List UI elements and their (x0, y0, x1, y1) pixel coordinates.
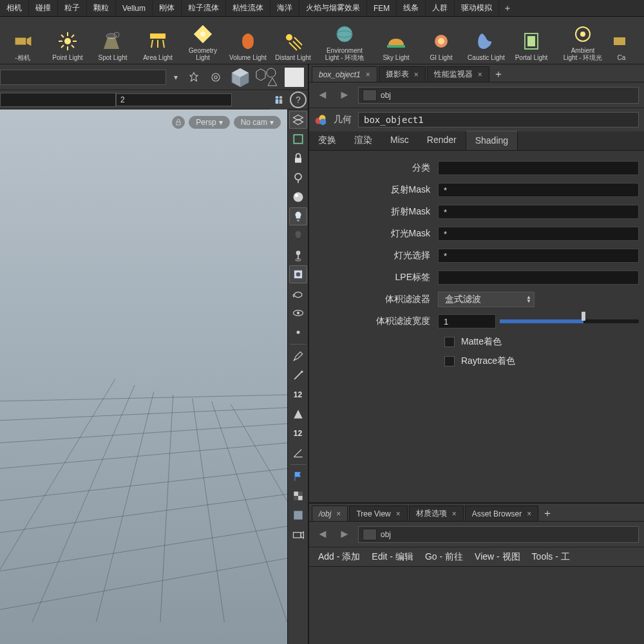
shelf-tool-ambientlight[interactable]: Ambient Light - 环境光 (554, 17, 612, 64)
menubar-item[interactable]: 粒子 (58, 0, 87, 16)
network-tab-material[interactable]: 材质选项× (409, 506, 464, 521)
volwidth-slider[interactable] (500, 314, 639, 328)
vtool-flag-icon[interactable] (289, 468, 307, 486)
menubar-item[interactable]: Vellum (116, 0, 153, 16)
lightsel-input[interactable]: * (438, 249, 639, 263)
vtool-bulb-dark-icon[interactable] (289, 227, 307, 245)
lock-icon[interactable] (172, 116, 185, 129)
help-icon[interactable]: ? (290, 91, 307, 108)
shelf-tool-causticlight[interactable]: Caustic Light (464, 17, 509, 64)
shelf-tool-skylight[interactable]: Sky Light (374, 17, 419, 64)
lightmask-input[interactable]: * (438, 227, 639, 241)
vtool-dot-icon[interactable] (289, 323, 307, 341)
volwidth-input[interactable]: 1 (438, 314, 496, 328)
network-tab-obj[interactable]: /obj× (312, 506, 348, 521)
path-input[interactable]: obj (358, 87, 639, 104)
lpe-input[interactable] (438, 270, 639, 285)
add-tab-icon[interactable]: ＋ (540, 506, 555, 521)
primitives-icon[interactable] (255, 66, 279, 88)
vtool-brush-icon[interactable] (289, 347, 307, 365)
vtool-gradient-icon[interactable] (289, 506, 307, 524)
menubar-item[interactable]: 人群 (426, 0, 455, 16)
menubar-item[interactable]: 碰撞 (29, 0, 58, 16)
shelf-tool-envlight[interactable]: Environment Light - 环境地 (316, 17, 374, 64)
vtool-layers-icon[interactable] (289, 111, 307, 129)
close-icon[interactable]: × (478, 70, 482, 79)
pin-icon[interactable] (184, 68, 204, 87)
tab-dopesheet[interactable]: 摄影表× (379, 66, 426, 82)
shelf-tool-geomlight[interactable]: Geometry Light (180, 17, 225, 64)
network-menu-go[interactable]: Go - 前往 (425, 551, 463, 563)
network-canvas[interactable] (309, 567, 644, 644)
close-icon[interactable]: × (414, 70, 419, 79)
menubar-item[interactable]: FEM (367, 0, 397, 16)
tab-perfmon[interactable]: 性能监视器× (427, 66, 489, 82)
menubar-item[interactable]: 火焰与烟雾效果 (299, 0, 367, 16)
vtool-checker-icon[interactable] (289, 487, 307, 505)
vtool-trowel-icon[interactable] (289, 405, 307, 423)
menubar-item[interactable]: 相机 (0, 0, 29, 16)
close-icon[interactable]: × (366, 70, 370, 79)
person-pair-icon[interactable] (269, 90, 289, 109)
shaded-cube-icon[interactable] (228, 66, 252, 88)
nav-forward-icon[interactable]: ► (336, 526, 353, 543)
vtool-lock-icon[interactable] (289, 149, 307, 167)
reflectmask-input[interactable]: * (438, 183, 639, 197)
category-input[interactable] (438, 161, 639, 175)
vtool-camera-small-icon[interactable] (289, 526, 307, 544)
nav-forward-icon[interactable]: ► (336, 87, 353, 104)
vtool-sphere-icon[interactable] (289, 188, 307, 206)
shelf-tool-extra[interactable]: Ca (612, 17, 631, 64)
shelf-tool-arealight[interactable]: Area Light (135, 17, 180, 64)
menubar-item[interactable]: 粘性流体 (226, 0, 270, 16)
vtool-angle-icon[interactable] (289, 444, 307, 462)
menubar-item[interactable]: 刚体 (153, 0, 182, 16)
network-tab-treeview[interactable]: Tree View× (349, 506, 407, 521)
close-icon[interactable]: × (396, 509, 401, 518)
menubar-item[interactable]: 颗粒 (87, 0, 116, 16)
shelf-tool-distantlight[interactable]: Distant Light (270, 17, 316, 64)
network-menu-add[interactable]: Add - 添加 (318, 551, 360, 563)
shelf-tool-spotlight[interactable]: Spot Light (90, 17, 135, 64)
viewport-dropdown[interactable] (0, 70, 166, 85)
vtool-frame-icon[interactable] (289, 130, 307, 148)
network-menu-view[interactable]: View - 视图 (475, 551, 520, 563)
target-icon[interactable] (206, 68, 225, 87)
empty-input-left[interactable] (0, 93, 116, 107)
param-tab-shading[interactable]: Shading (466, 131, 518, 150)
vtool-number-b[interactable]: 12 (289, 424, 307, 442)
menubar-add-icon[interactable]: ＋ (499, 3, 516, 14)
vtool-eye-icon[interactable] (289, 304, 307, 322)
shelf-tool-portallight[interactable]: Portal Light (509, 17, 554, 64)
viewport-3d[interactable]: Persp▾ No cam▾ (0, 109, 287, 644)
volfilter-select[interactable]: 盒式滤波▲▼ (438, 292, 535, 307)
network-menu-tools[interactable]: Tools - 工 (532, 551, 570, 563)
shelf-tool-gilight[interactable]: GI Light (419, 17, 464, 64)
param-tab-misc[interactable]: Misc (381, 131, 418, 150)
persp-dropdown[interactable]: Persp▾ (189, 116, 229, 129)
camera-dropdown[interactable]: No cam▾ (234, 116, 281, 129)
add-tab-icon[interactable]: ＋ (491, 66, 506, 82)
close-icon[interactable]: × (336, 509, 341, 518)
menubar-item[interactable]: 线条 (397, 0, 426, 16)
nav-back-icon[interactable]: ◄ (314, 87, 331, 104)
param-tab-render-cn[interactable]: 渲染 (345, 131, 381, 150)
close-icon[interactable]: × (452, 509, 457, 518)
network-tab-assetbrowser[interactable]: Asset Browser× (465, 506, 538, 521)
menubar-item[interactable]: 驱动模拟 (455, 0, 499, 16)
shelf-tool-camera[interactable]: -相机 (0, 17, 45, 64)
vtool-ghost-icon[interactable] (289, 265, 307, 283)
vtool-wand-icon[interactable] (289, 366, 307, 384)
vtool-teapot-icon[interactable] (289, 285, 307, 303)
close-icon[interactable]: × (527, 509, 531, 518)
tab-box-object1[interactable]: box_object1× (312, 66, 377, 82)
shelf-tool-pointlight[interactable]: Point Light (45, 17, 90, 64)
node-name-input[interactable]: box_object1 (358, 112, 639, 128)
menubar-item[interactable]: 海洋 (270, 0, 299, 16)
vtool-number-a[interactable]: 12 (289, 386, 307, 404)
white-square-icon[interactable] (285, 68, 304, 87)
vtool-marker-icon[interactable] (289, 169, 307, 187)
vtool-bulb-icon[interactable] (289, 207, 307, 225)
numeric-input[interactable]: 2 (116, 93, 232, 106)
raytrace-checkbox[interactable] (444, 356, 455, 366)
